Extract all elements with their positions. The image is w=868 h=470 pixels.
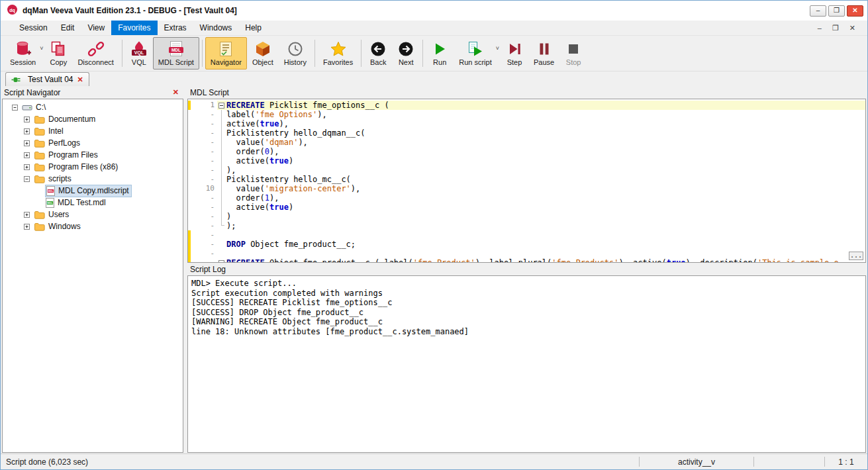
chevron-down-icon[interactable]: ˅: [40, 45, 43, 52]
toolbar-button-session[interactable]: Session: [5, 37, 41, 70]
fold-margin[interactable]: [217, 258, 226, 263]
toolbar-button-label: History: [284, 58, 307, 66]
maximize-button[interactable]: ❐: [828, 5, 845, 17]
fold-guide: [221, 138, 222, 147]
fold-margin: [217, 165, 226, 175]
tree-item-intel[interactable]: Intel: [3, 125, 183, 137]
toolbar-button-favorites[interactable]: Favorites: [318, 37, 358, 70]
expand-plus-icon[interactable]: [24, 128, 30, 134]
menu-help[interactable]: Help: [238, 21, 268, 35]
menu-view[interactable]: View: [81, 21, 111, 35]
code-text: order(1),: [226, 193, 865, 203]
code-line[interactable]: 1RECREATE Picklist fme_options__c (: [188, 101, 865, 110]
expand-minus-icon[interactable]: [24, 176, 30, 182]
code-line[interactable]: -Picklistentry hello_mc__c(: [188, 175, 865, 184]
menu-favorites[interactable]: Favorites: [111, 21, 157, 35]
toolbar-button-run-script[interactable]: Run script: [454, 37, 497, 70]
code-line[interactable]: -active(true),: [188, 119, 865, 128]
code-line[interactable]: 10 value('migration-center'),: [188, 184, 865, 193]
line-number: -: [191, 128, 217, 138]
tree-item-c-[interactable]: C:\: [3, 101, 183, 113]
fold-collapse-icon[interactable]: [218, 260, 224, 263]
fold-margin[interactable]: [217, 101, 226, 110]
code-line[interactable]: -: [188, 249, 865, 258]
toolbar-button-copy[interactable]: Copy: [44, 37, 72, 70]
tab-test-vault-04[interactable]: Test Vault 04 ✕: [5, 72, 89, 86]
code-text: Picklistentry hello_mc__c(: [226, 175, 865, 184]
tree-entry: C:\: [21, 102, 48, 113]
code-line[interactable]: -): [188, 212, 865, 221]
chevron-down-icon[interactable]: ˅: [496, 45, 499, 52]
mdi-minimize-icon[interactable]: –: [812, 24, 827, 32]
svg-text:MDL: MDL: [48, 189, 54, 192]
tree-item-scripts[interactable]: scripts: [3, 173, 183, 185]
tree-item-program-files-x86-[interactable]: Program Files (x86): [3, 161, 183, 173]
tree-item-users[interactable]: Users: [3, 209, 183, 220]
code-line[interactable]: - active(true): [188, 156, 865, 165]
toolbar-button-pause[interactable]: Pause: [528, 37, 559, 70]
toolbar-button-object[interactable]: Object: [247, 37, 279, 70]
menu-session[interactable]: Session: [13, 21, 54, 35]
tree-item-label: MDL Copy.mdlscript: [58, 186, 129, 195]
toolbar-button-stop[interactable]: Stop: [559, 37, 587, 70]
log-line: [SUCCESS] DROP Object fme_product__c: [191, 308, 862, 318]
toolbar-button-history[interactable]: History: [279, 37, 312, 70]
menu-extras[interactable]: Extras: [158, 21, 193, 35]
code-line[interactable]: - order(1),: [188, 193, 865, 203]
menu-items: SessionEditViewFavoritesExtrasWindowsHel…: [13, 21, 268, 35]
toolbar-button-step[interactable]: Step: [501, 37, 528, 70]
expand-minus-icon[interactable]: [12, 105, 18, 111]
code-text: active(true): [226, 203, 865, 212]
script-log-output[interactable]: MDL> Execute script...Script execution c…: [187, 275, 866, 453]
close-button[interactable]: ✕: [847, 5, 863, 17]
code-line[interactable]: -: [188, 230, 865, 240]
tree-item-perflogs[interactable]: PerfLogs: [3, 137, 183, 149]
code-line[interactable]: -DROP Object fme_product__c;: [188, 240, 865, 249]
log-line: [SUCCESS] RECREATE Picklist fme_options_…: [191, 298, 862, 308]
tree-item-windows[interactable]: Windows: [3, 220, 183, 232]
tree-item-mdl-copy-mdlscript[interactable]: MDLMDL Copy.mdlscript: [3, 185, 183, 197]
script-navigator-close-icon[interactable]: ✕: [173, 88, 179, 97]
expand-plus-icon[interactable]: [24, 164, 30, 170]
tree-item-mdl-test-mdl[interactable]: MDLMDL Test.mdl: [3, 197, 183, 209]
menu-windows[interactable]: Windows: [193, 21, 239, 35]
toolbar-button-vql[interactable]: VQLVQL: [125, 37, 153, 70]
tree-item-program-files[interactable]: Program Files: [3, 149, 183, 161]
svg-text:MDL: MDL: [48, 201, 54, 204]
toolbar-button-back[interactable]: Back: [364, 37, 392, 70]
mdi-restore-icon[interactable]: ❐: [827, 24, 844, 32]
expand-plus-icon[interactable]: [24, 212, 30, 218]
code-line[interactable]: -label('fme Options'),: [188, 110, 865, 119]
toolbar-button-label: Run script: [459, 58, 492, 66]
code-line[interactable]: - active(true): [188, 203, 865, 212]
mdi-close-icon[interactable]: ✕: [844, 24, 861, 32]
caret-position: 1 : 1: [825, 457, 867, 467]
fold-margin: [217, 119, 226, 128]
code-text: active(true): [226, 156, 865, 165]
minimize-button[interactable]: –: [810, 5, 826, 17]
toolbar-button-next[interactable]: Next: [392, 37, 420, 70]
tree-entry: MDLMDL Test.mdl: [45, 197, 108, 209]
expand-plus-icon[interactable]: [24, 117, 30, 122]
toolbar-button-run[interactable]: Run: [426, 37, 454, 70]
tree-item-documentum[interactable]: Documentum: [3, 113, 183, 125]
code-line[interactable]: -),: [188, 165, 865, 175]
menu-edit[interactable]: Edit: [54, 21, 81, 35]
fold-collapse-icon[interactable]: [218, 103, 224, 109]
code-editor[interactable]: 1RECREATE Picklist fme_options__c (-labe…: [187, 99, 866, 263]
tab-close-icon[interactable]: ✕: [77, 75, 83, 84]
editor-overflow-button[interactable]: ...: [849, 252, 863, 260]
expand-plus-icon[interactable]: [24, 140, 30, 146]
object-icon: [254, 40, 271, 58]
tree-entry: Program Files (x86): [33, 162, 120, 173]
toolbar-button-mdl-script[interactable]: MDLMDL Script: [153, 37, 199, 70]
toolbar-button-navigator[interactable]: Navigator: [205, 37, 247, 70]
code-line[interactable]: - order(0),: [188, 147, 865, 156]
toolbar-button-disconnect[interactable]: Disconnect: [72, 37, 119, 70]
code-line[interactable]: -);: [188, 221, 865, 230]
code-line[interactable]: -Picklistentry hello_dqman__c(: [188, 128, 865, 138]
expand-plus-icon[interactable]: [24, 152, 30, 158]
code-line[interactable]: -RECREATE Object fme_product__c ( label(…: [188, 258, 865, 263]
expand-plus-icon[interactable]: [24, 224, 30, 230]
code-line[interactable]: - value('dqman'),: [188, 138, 865, 147]
